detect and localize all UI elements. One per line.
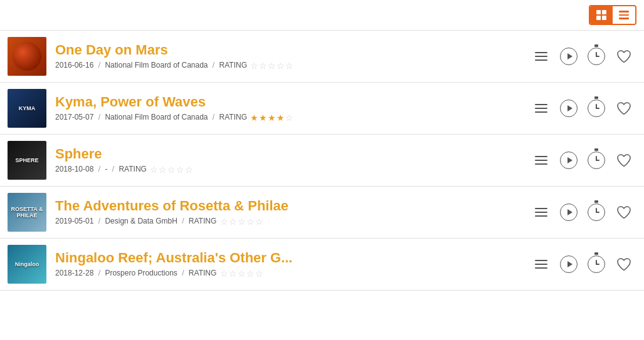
menu-button[interactable] <box>529 148 554 173</box>
favorite-button[interactable] <box>611 252 636 277</box>
movie-title: One Day on Mars <box>55 42 520 58</box>
watchlist-button[interactable] <box>584 44 609 69</box>
hamburger-icon <box>535 52 547 61</box>
view-toggle <box>589 5 636 25</box>
heart-icon <box>616 49 631 63</box>
thumb-label: SPHERE <box>14 156 40 165</box>
star: ☆ <box>229 269 237 279</box>
watchlist-button[interactable] <box>584 148 609 173</box>
star: ☆ <box>185 165 193 175</box>
star: ★ <box>277 113 285 123</box>
movie-row: ROSETTA & PHILAE The Adventures of Roset… <box>0 187 644 239</box>
hamburger-icon <box>535 156 547 165</box>
star: ☆ <box>150 165 158 175</box>
separator: / <box>98 113 100 121</box>
watchlist-button[interactable] <box>584 200 609 225</box>
star: ☆ <box>285 61 293 71</box>
movie-info: The Adventures of Rosetta & Philae 2019-… <box>55 198 520 227</box>
movie-title: Sphere <box>55 146 520 162</box>
thumb-label: ROSETTA & PHILAE <box>8 205 46 220</box>
hamburger-icon <box>535 104 547 113</box>
star-rating: ★★★★☆ <box>250 113 293 123</box>
favorite-button[interactable] <box>611 44 636 69</box>
movie-actions <box>529 252 636 277</box>
star: ☆ <box>255 217 263 227</box>
star: ☆ <box>159 165 167 175</box>
movie-thumbnail: ROSETTA & PHILAE <box>8 193 46 232</box>
star: ☆ <box>285 113 293 123</box>
play-button[interactable] <box>556 200 581 225</box>
heart-icon <box>616 153 631 167</box>
play-button[interactable] <box>556 44 581 69</box>
movie-actions <box>529 44 636 69</box>
movie-date: 2019-05-01 <box>55 217 93 225</box>
movie-date: 2017-05-07 <box>55 113 93 121</box>
rating-label: RATING <box>189 217 216 225</box>
grid-view-button[interactable] <box>590 6 613 24</box>
toolbar <box>0 0 644 31</box>
movie-row: KYMA Kyma, Power of Waves 2017-05-07 / N… <box>0 83 644 135</box>
play-button[interactable] <box>556 252 581 277</box>
star: ☆ <box>259 61 267 71</box>
movie-thumbnail: KYMA <box>8 89 46 128</box>
separator: / <box>182 269 184 277</box>
star: ☆ <box>167 165 176 175</box>
play-button[interactable] <box>556 96 581 121</box>
separator: / <box>98 61 100 70</box>
rating-label: RATING <box>219 113 247 121</box>
movie-thumbnail <box>8 37 46 76</box>
play-button[interactable] <box>556 148 581 173</box>
separator: / <box>98 217 100 225</box>
grid-icon <box>596 10 606 20</box>
list-view-button[interactable] <box>613 6 635 24</box>
menu-button[interactable] <box>529 96 554 121</box>
star: ☆ <box>277 61 285 71</box>
watch-icon <box>588 48 605 65</box>
rating-label: RATING <box>189 269 216 277</box>
star: ☆ <box>238 269 246 279</box>
thumb-label: Ningaloo <box>14 260 41 269</box>
play-circle-icon <box>560 152 578 169</box>
star-rating: ☆☆☆☆☆ <box>220 269 263 279</box>
star: ☆ <box>268 61 276 71</box>
thumb-label: KYMA <box>18 104 37 113</box>
heart-icon <box>616 257 631 271</box>
watch-icon <box>588 100 605 117</box>
play-circle-icon <box>560 255 578 273</box>
movie-studio: National Film Board of Canada <box>105 61 208 70</box>
movie-meta: 2018-12-28 / Prospero Productions / RATI… <box>55 269 520 279</box>
rating-label: RATING <box>219 61 247 70</box>
favorite-button[interactable] <box>611 148 636 173</box>
star: ★ <box>250 113 258 123</box>
separator: / <box>98 269 100 277</box>
movie-list: One Day on Mars 2016-06-16 / National Fi… <box>0 31 644 291</box>
menu-button[interactable] <box>529 252 554 277</box>
watchlist-button[interactable] <box>584 96 609 121</box>
movie-row: One Day on Mars 2016-06-16 / National Fi… <box>0 31 644 83</box>
movie-row: SPHERE Sphere 2018-10-08 / - / RATING ☆☆… <box>0 135 644 187</box>
star-rating: ☆☆☆☆☆ <box>220 217 263 227</box>
movie-meta: 2019-05-01 / Design & Data GmbH / RATING… <box>55 217 520 227</box>
movie-actions <box>529 148 636 173</box>
movie-studio: - <box>105 165 107 173</box>
movie-date: 2018-12-28 <box>55 269 93 277</box>
favorite-button[interactable] <box>611 96 636 121</box>
heart-icon <box>616 205 631 219</box>
watchlist-button[interactable] <box>584 252 609 277</box>
movie-row: Ningaloo Ningaloo Reef; Australia's Othe… <box>0 239 644 291</box>
heart-icon <box>616 101 631 115</box>
list-icon <box>619 11 629 19</box>
star: ☆ <box>246 269 255 279</box>
favorite-button[interactable] <box>611 200 636 225</box>
star: ☆ <box>220 217 228 227</box>
movie-studio: National Film Board of Canada <box>105 113 208 121</box>
separator: / <box>213 113 214 121</box>
menu-button[interactable] <box>529 44 554 69</box>
star-rating: ☆☆☆☆☆ <box>250 61 293 71</box>
movie-info: Kyma, Power of Waves 2017-05-07 / Nation… <box>55 94 520 123</box>
star: ☆ <box>246 217 255 227</box>
movie-thumbnail: SPHERE <box>8 141 46 180</box>
menu-button[interactable] <box>529 200 554 225</box>
separator: / <box>182 217 184 225</box>
watch-icon <box>588 255 605 273</box>
